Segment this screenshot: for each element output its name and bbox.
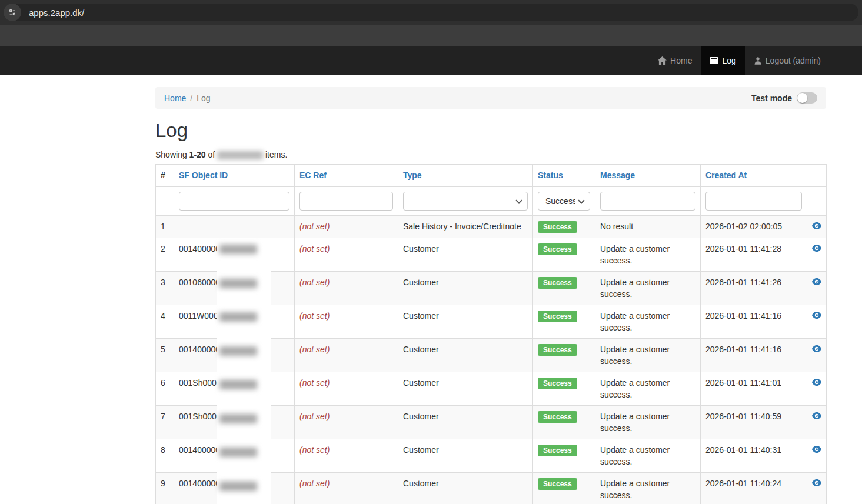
column-header-actions [807,165,827,187]
test-mode-control: Test mode [751,92,817,104]
cell-status: Success [533,305,595,339]
eye-icon [812,378,821,388]
column-header-num: # [156,165,174,187]
nav-item-log[interactable]: Log [701,46,744,75]
test-mode-toggle[interactable] [797,92,817,104]
row-number: 9 [156,473,174,504]
breadcrumb-trail: Home/Log [164,94,211,103]
breadcrumb-separator: / [190,94,192,103]
toggle-knob [797,93,807,103]
column-header-message: Message [595,165,701,187]
status-badge: Success [538,411,577,423]
nav-items: Home Log Logout (admin) [649,46,830,75]
header-row: # SF Object ID EC Ref Type Status Messag… [156,165,827,187]
bookmarks-strip [0,25,862,46]
breadcrumb: Home/Log Test mode [155,87,826,109]
chevron-down-icon [515,197,522,203]
cell-actions [807,439,827,473]
summary-text: Showing 1-20 of items. [155,150,826,159]
status-badge: Success [538,445,577,456]
view-button[interactable] [812,222,821,229]
sort-link-sf-object-id[interactable]: SF Object ID [179,171,228,180]
filter-input-sf-object-id[interactable] [179,192,289,211]
row-number: 3 [156,272,174,305]
cell-message: No result [595,216,701,238]
eye-icon [812,445,821,455]
filter-select-status[interactable]: Success [538,192,590,211]
cell-created-at: 2026-01-01 11:40:59 [701,406,807,439]
nav-item-label: Log [722,56,735,65]
cell-message: Update a customer success. [595,439,701,473]
breadcrumb-home-link[interactable]: Home [164,94,186,103]
nav-item-home[interactable]: Home [649,46,701,75]
view-button[interactable] [812,446,821,453]
view-button[interactable] [812,412,821,419]
view-button[interactable] [812,245,821,252]
sort-link-type[interactable]: Type [403,171,422,180]
filter-input-ec-ref[interactable] [299,192,393,211]
cell-type: Customer [398,238,533,272]
sort-link-message[interactable]: Message [600,171,635,180]
cell-type: Sale History - Invoice/Creditnote [398,216,533,238]
view-button[interactable] [812,379,821,386]
cell-ec-ref: (not set) [295,473,398,504]
row-number: 4 [156,305,174,339]
cell-message: Update a customer success. [595,305,701,339]
cell-created-at: 2026-01-01 11:40:31 [701,439,807,473]
cell-message: Update a customer success. [595,473,701,504]
cell-actions [807,216,827,238]
browser-chrome: apps.2app.dk/ [0,0,862,25]
cell-status: Success [533,238,595,272]
cell-status: Success [533,272,595,305]
nav-item-logout[interactable]: Logout (admin) [745,46,830,75]
view-button[interactable] [812,278,821,285]
row-number: 8 [156,439,174,473]
cell-type: Customer [398,439,533,473]
cell-actions [807,406,827,439]
sort-link-created-at[interactable]: Created At [705,171,747,180]
sort-link-status[interactable]: Status [538,171,563,180]
cell-created-at: 2026-01-02 02:00:05 [701,216,807,238]
column-header-type: Type [398,165,533,187]
cell-type: Customer [398,372,533,406]
cell-type: Customer [398,473,533,504]
view-button[interactable] [812,312,821,319]
sort-link-ec-ref[interactable]: EC Ref [299,171,327,180]
cell-message: Update a customer success. [595,238,701,272]
cell-message: Update a customer success. [595,339,701,372]
cell-message: Update a customer success. [595,372,701,406]
filter-input-message[interactable] [600,192,695,211]
tune-icon[interactable] [4,4,21,21]
view-button[interactable] [812,345,821,352]
cell-actions [807,473,827,504]
cell-type: Customer [398,272,533,305]
cell-message: Update a customer success. [595,406,701,439]
cell-ec-ref: (not set) [295,305,398,339]
filter-select-type[interactable] [403,192,528,211]
cell-created-at: 2026-01-01 11:41:01 [701,372,807,406]
cell-type: Customer [398,305,533,339]
row-number: 6 [156,372,174,406]
page-title: Log [155,119,826,142]
browser-url-bar[interactable]: apps.2app.dk/ [4,4,858,21]
view-button[interactable] [812,479,821,486]
status-badge: Success [538,378,577,389]
summary-range: 1-20 [189,150,206,159]
cell-ec-ref: (not set) [295,439,398,473]
eye-icon [812,222,821,231]
eye-icon [812,479,821,488]
eye-icon [812,311,821,321]
eye-icon [812,345,821,354]
cell-type: Customer [398,406,533,439]
cell-created-at: 2026-01-01 11:41:28 [701,238,807,272]
cell-status: Success [533,473,595,504]
cell-created-at: 2026-01-01 11:40:24 [701,473,807,504]
cell-ec-ref: (not set) [295,216,398,238]
status-badge: Success [538,311,577,322]
filter-input-created-at[interactable] [705,192,802,211]
column-header-created-at: Created At [701,165,807,187]
status-badge: Success [538,221,577,233]
cell-message: Update a customer success. [595,272,701,305]
eye-icon [812,244,821,253]
filter-row: Success [156,186,827,216]
